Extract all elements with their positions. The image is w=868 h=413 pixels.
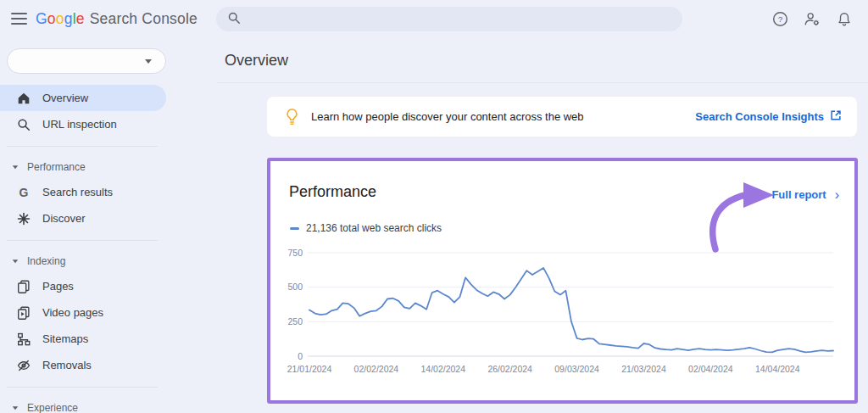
sidebar-label: Discover [42, 212, 86, 225]
manage-accounts-icon[interactable] [804, 11, 821, 28]
home-icon [16, 91, 31, 106]
performance-chart[interactable]: 750500250021/01/202402/02/202414/02/2024… [277, 243, 847, 387]
sidebar-section-performance[interactable]: Performance [0, 155, 217, 179]
google-search-console-app: Google Search Console ? [0, 0, 868, 413]
open-in-new-icon [830, 109, 842, 124]
performance-chart-container: 750500250021/01/202402/02/202414/02/2024… [277, 243, 847, 390]
sidebar-label: Video pages [42, 306, 103, 319]
sidebar-label: Search results [42, 186, 113, 198]
video-pages-icon [16, 305, 31, 321]
dropdown-caret-icon [145, 59, 152, 64]
chart-legend: 21,136 total web search clicks [290, 222, 442, 234]
performance-card-highlight-box: Performance Full report › 21,136 total w… [267, 158, 858, 404]
search-icon [227, 11, 241, 28]
sidebar-label: Performance [27, 161, 86, 173]
sidebar-nav: OverviewURL inspectionPerformanceGSearch… [0, 85, 217, 413]
sitemap-icon [16, 332, 31, 347]
sidebar-label: Removals [42, 359, 92, 371]
sidebar-item-sitemaps[interactable]: Sitemaps [0, 326, 217, 352]
title-divider [217, 82, 868, 83]
chevron-down-icon [11, 257, 19, 265]
sidebar-section-indexing[interactable]: Indexing [0, 249, 217, 273]
full-report-link[interactable]: Full report › [771, 188, 839, 201]
insights-banner: Learn how people discover your content a… [267, 97, 857, 137]
insights-banner-text: Learn how people discover your content a… [311, 110, 584, 123]
sidebar-divider [7, 240, 158, 241]
y-tick-label: 250 [287, 316, 303, 326]
property-selector-dropdown[interactable] [7, 48, 166, 74]
search-input[interactable] [216, 7, 682, 31]
sidebar-item-discover[interactable]: Discover [0, 205, 217, 232]
y-tick-label: 750 [287, 248, 303, 258]
help-icon[interactable]: ? [771, 11, 788, 28]
chevron-down-icon [11, 404, 19, 412]
main-content: Overview Learn how people discover your … [217, 38, 868, 413]
sidebar-divider [7, 387, 158, 388]
top-app-bar: Google Search Console ? [0, 0, 868, 38]
y-tick-label: 500 [287, 282, 303, 292]
svg-text:?: ? [777, 14, 782, 24]
topbar-actions: ? [771, 0, 853, 38]
legend-label: 21,136 total web search clicks [306, 222, 442, 234]
hamburger-menu-icon[interactable] [11, 13, 27, 25]
app-logo[interactable]: Google Search Console [36, 0, 198, 38]
x-tick-label: 14/02/2024 [421, 364, 466, 374]
clicks-line-series [309, 268, 833, 353]
y-tick-label: 0 [298, 351, 303, 361]
sidebar-item-overview[interactable]: Overview [0, 85, 166, 111]
search-console-insights-link[interactable]: Search Console Insights [695, 109, 842, 124]
asterisk-icon [16, 211, 31, 226]
sidebar-item-search-results[interactable]: GSearch results [0, 179, 217, 205]
sidebar-item-url-inspection[interactable]: URL inspection [0, 111, 217, 137]
purple-arrowhead-icon [743, 182, 774, 208]
sidebar: OverviewURL inspectionPerformanceGSearch… [0, 38, 217, 413]
sidebar-label: Experience [27, 402, 78, 413]
eye-off-icon [16, 358, 31, 373]
sidebar-divider [7, 146, 158, 147]
google-logo: Google [36, 10, 85, 28]
app-logo-suffix: Search Console [90, 10, 198, 28]
purple-arrow-icon [713, 195, 745, 249]
lightbulb-icon [285, 108, 299, 126]
x-tick-label: 14/04/2024 [755, 364, 800, 374]
chevron-right-icon: › [835, 190, 839, 200]
sidebar-label: Overview [42, 92, 88, 104]
legend-line-swatch [290, 227, 299, 230]
notifications-bell-icon[interactable] [836, 11, 853, 28]
chevron-down-icon [11, 163, 19, 171]
sidebar-label: Pages [42, 280, 74, 293]
sidebar-item-removals[interactable]: Removals [0, 352, 217, 378]
x-tick-label: 21/03/2024 [621, 364, 666, 374]
sidebar-label: Indexing [27, 255, 65, 267]
x-tick-label: 02/02/2024 [354, 364, 399, 374]
sidebar-section-experience[interactable]: Experience [0, 396, 217, 413]
x-tick-label: 02/04/2024 [688, 364, 733, 374]
search-icon [16, 117, 31, 132]
sidebar-item-pages[interactable]: Pages [0, 273, 217, 299]
x-tick-label: 09/03/2024 [554, 364, 599, 374]
svg-text:G: G [19, 185, 29, 198]
performance-card-title: Performance [289, 183, 376, 201]
sidebar-label: URL inspection [42, 118, 117, 131]
x-tick-label: 21/01/2024 [287, 364, 332, 374]
x-tick-label: 26/02/2024 [487, 364, 532, 374]
google-g-icon: G [16, 185, 31, 200]
sidebar-item-video-pages[interactable]: Video pages [0, 299, 217, 326]
page-title: Overview [225, 52, 288, 70]
pages-icon [16, 279, 31, 294]
sidebar-label: Sitemaps [42, 332, 88, 345]
